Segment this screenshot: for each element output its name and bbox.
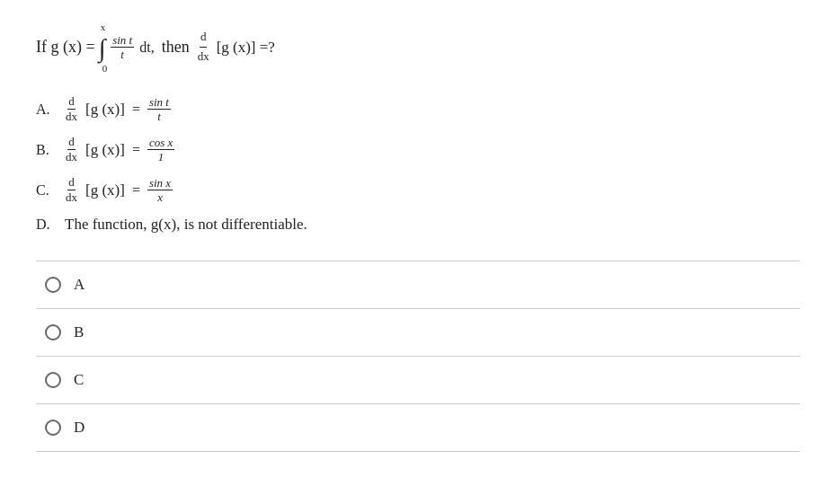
radio-d[interactable]	[45, 420, 61, 436]
answer-b-num: cos x	[147, 136, 174, 151]
option-letter-a: A	[74, 276, 84, 294]
option-row-c[interactable]: C	[36, 357, 800, 404]
option-letter-d: D	[74, 419, 84, 437]
answer-b-derivative: d dx	[65, 135, 78, 164]
answer-item-c: C. d dx [g (x)] = sin x x	[36, 175, 800, 205]
question-text: If g (x) = x ∫ 0 sin t t dt, then d dx […	[36, 18, 800, 76]
answer-c-bracket: [g (x)]	[85, 181, 125, 199]
question-derivative: d dx	[197, 28, 210, 66]
answer-a-derivative: d dx	[65, 94, 78, 124]
answer-item-a: A. d dx [g (x)] = sin t t	[36, 94, 800, 124]
radio-b[interactable]	[45, 324, 61, 340]
answer-label-d: D.	[36, 217, 58, 233]
dt-text: dt,	[139, 36, 154, 59]
answer-c-den: x	[156, 190, 165, 205]
answer-a-num: sin t	[147, 95, 171, 111]
question-d: d	[200, 28, 208, 48]
answer-item-b: B. d dx [g (x)] = cos x 1	[36, 135, 800, 164]
option-row-d[interactable]: D	[36, 404, 800, 452]
answer-b-equals: =	[132, 142, 140, 158]
question-bracket: [g (x)] =?	[217, 35, 275, 59]
answer-label-b: B.	[36, 142, 58, 158]
radio-c[interactable]	[45, 372, 61, 388]
option-letter-b: B	[74, 323, 84, 341]
answer-c-num: sin x	[147, 176, 173, 191]
answer-c-fraction: sin x x	[147, 176, 173, 205]
answers-list: A. d dx [g (x)] = sin t t B. d dx	[36, 94, 800, 234]
question-prefix: If g (x) =	[36, 34, 95, 60]
question-block: If g (x) = x ∫ 0 sin t t dt, then d dx […	[36, 18, 800, 234]
answer-expr-c: d dx [g (x)] = sin x x	[65, 175, 174, 205]
answer-d-text: The function, g(x), is not differentiabl…	[65, 216, 307, 234]
answer-b-bracket: [g (x)]	[85, 141, 125, 159]
option-row-b[interactable]: B	[36, 309, 800, 357]
answer-a-equals: =	[132, 102, 140, 118]
answer-label-a: A.	[36, 102, 58, 118]
answer-item-d: D. The function, g(x), is not differenti…	[36, 216, 800, 234]
integral-upper: x	[101, 20, 108, 36]
radio-a[interactable]	[45, 277, 61, 293]
answer-c-equals: =	[132, 182, 140, 199]
then-text: then	[162, 34, 190, 60]
integrand-numerator: sin t	[111, 33, 134, 49]
option-row-a[interactable]: A	[36, 261, 800, 309]
answer-a-den: t	[156, 110, 163, 124]
answer-expr-a: d dx [g (x)] = sin t t	[65, 94, 173, 124]
answer-expr-b: d dx [g (x)] = cos x 1	[65, 135, 176, 164]
integral-lower: 0	[99, 61, 108, 77]
answer-a-bracket: [g (x)]	[85, 101, 125, 119]
answer-b-fraction: cos x 1	[147, 136, 174, 164]
integrand-denominator: t	[119, 48, 126, 62]
answer-c-derivative: d dx	[65, 175, 78, 205]
question-dx: dx	[197, 48, 210, 66]
options-section: A B C D	[36, 261, 800, 452]
integral-symbol: ∫	[99, 36, 107, 61]
answer-a-fraction: sin t t	[147, 95, 171, 124]
integral-expr: x ∫ 0 sin t t dt,	[99, 18, 155, 76]
option-letter-c: C	[74, 371, 84, 389]
answer-label-c: C.	[36, 182, 58, 199]
integrand-fraction: sin t t	[111, 33, 134, 62]
answer-b-den: 1	[156, 150, 166, 164]
integral-limits: x ∫ 0	[99, 20, 108, 76]
